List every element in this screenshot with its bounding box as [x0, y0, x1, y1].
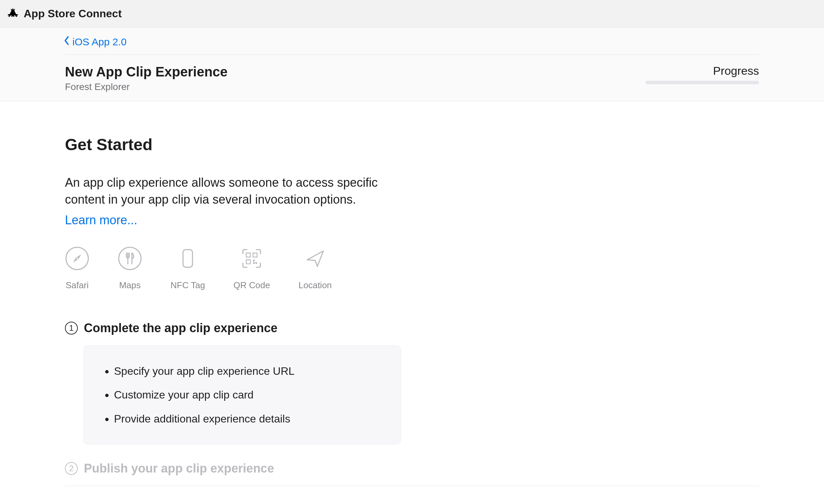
svg-rect-6 [253, 253, 257, 257]
breadcrumb-label: iOS App 2.0 [72, 36, 127, 48]
invocation-nfc: NFC Tag [170, 246, 205, 291]
footer-actions: Next [65, 495, 759, 504]
navigation-arrow-icon [303, 246, 327, 271]
learn-more-link[interactable]: Learn more... [65, 213, 137, 227]
step-1-header: 1 Complete the app clip experience [65, 321, 759, 335]
invocation-location: Location [299, 246, 332, 291]
invocation-safari: Safari [65, 246, 89, 291]
qr-code-icon [239, 246, 264, 271]
progress-label: Progress [645, 64, 759, 77]
svg-rect-9 [255, 262, 257, 264]
svg-rect-10 [253, 262, 255, 264]
progress-bar [645, 81, 759, 84]
task-item: Specify your app clip experience URL [114, 359, 382, 383]
page-title: New App Clip Experience [65, 64, 228, 79]
divider [65, 54, 759, 55]
task-item: Provide additional experience details [114, 407, 382, 431]
invocation-maps: Maps [118, 246, 142, 291]
svg-rect-4 [183, 250, 192, 267]
divider [65, 486, 759, 486]
intro-text: An app clip experience allows someone to… [65, 174, 390, 208]
topbar: App Store Connect [0, 0, 824, 28]
page-header: iOS App 2.0 New App Clip Experience Fore… [0, 28, 824, 101]
breadcrumb-back[interactable]: iOS App 2.0 [63, 36, 127, 54]
svg-point-2 [76, 257, 78, 259]
invocation-label: NFC Tag [170, 280, 205, 291]
fork-knife-icon [118, 246, 142, 271]
invocation-qr: QR Code [233, 246, 270, 291]
chevron-left-icon [63, 36, 70, 48]
step-number-icon: 1 [65, 322, 78, 335]
step-2-title: Publish your app clip experience [84, 461, 274, 476]
svg-rect-7 [246, 260, 250, 264]
app-store-connect-logo-icon [7, 7, 19, 21]
section-heading: Get Started [65, 135, 759, 154]
main-content: Get Started An app clip experience allow… [65, 101, 759, 495]
task-item: Customize your app clip card [114, 383, 382, 407]
step-1-task-box: Specify your app clip experience URL Cus… [83, 345, 401, 444]
step-1-title: Complete the app clip experience [84, 321, 277, 335]
phone-nfc-icon [176, 246, 200, 271]
topbar-title: App Store Connect [24, 7, 122, 20]
svg-point-3 [119, 247, 141, 270]
svg-rect-8 [253, 260, 255, 261]
invocation-label: Location [299, 280, 332, 291]
invocation-label: Safari [66, 280, 89, 291]
invocation-label: QR Code [233, 280, 270, 291]
invocation-label: Maps [119, 280, 141, 291]
step-2-header: 2 Publish your app clip experience [65, 461, 759, 476]
svg-rect-5 [246, 253, 250, 257]
compass-icon [65, 246, 89, 271]
invocation-row: Safari Maps NFC Tag [65, 246, 759, 291]
page-subtitle: Forest Explorer [65, 82, 228, 92]
svg-rect-0 [8, 14, 18, 15]
step-number-icon: 2 [65, 462, 78, 475]
